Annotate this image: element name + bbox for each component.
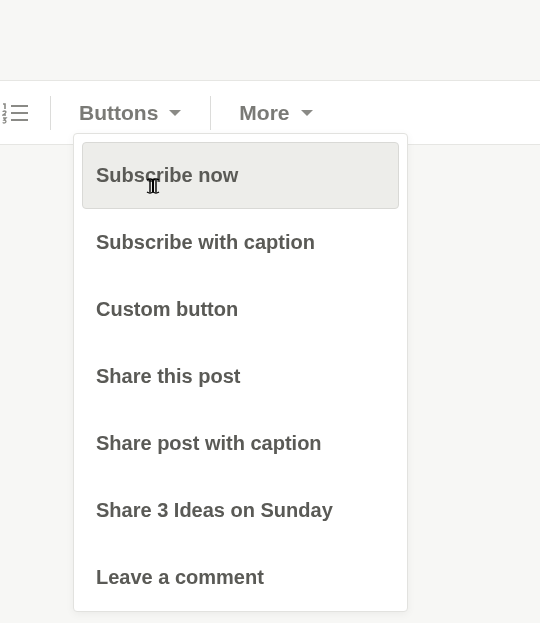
buttons-label: Buttons — [79, 101, 158, 125]
dropdown-item-share-3-ideas[interactable]: Share 3 Ideas on Sunday — [82, 477, 399, 544]
dropdown-item-leave-a-comment[interactable]: Leave a comment — [82, 544, 399, 611]
chevron-down-icon — [168, 108, 182, 118]
numbered-list-icon — [2, 102, 28, 124]
dropdown-item-subscribe-now[interactable]: Subscribe now — [82, 142, 399, 209]
toolbar-divider — [50, 96, 51, 130]
dropdown-item-label: Subscribe with caption — [96, 231, 315, 253]
dropdown-item-label: Share this post — [96, 365, 240, 387]
buttons-dropdown-menu: Subscribe now Subscribe with caption Cus… — [73, 133, 408, 612]
dropdown-item-label: Share post with caption — [96, 432, 322, 454]
dropdown-item-share-this-post[interactable]: Share this post — [82, 343, 399, 410]
chevron-down-icon — [300, 108, 314, 118]
dropdown-item-label: Leave a comment — [96, 566, 264, 588]
dropdown-item-share-post-with-caption[interactable]: Share post with caption — [82, 410, 399, 477]
dropdown-item-custom-button[interactable]: Custom button — [82, 276, 399, 343]
more-label: More — [239, 101, 289, 125]
dropdown-item-label: Subscribe now — [96, 164, 238, 186]
toolbar-list-button[interactable] — [0, 81, 40, 144]
dropdown-item-label: Share 3 Ideas on Sunday — [96, 499, 333, 521]
dropdown-item-label: Custom button — [96, 298, 238, 320]
toolbar-divider — [210, 96, 211, 130]
dropdown-item-subscribe-with-caption[interactable]: Subscribe with caption — [82, 209, 399, 276]
